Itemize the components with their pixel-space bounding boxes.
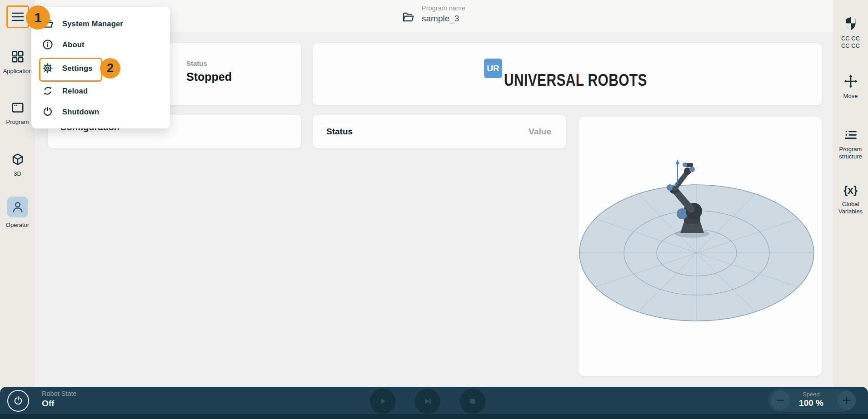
status-card-divider	[172, 52, 172, 94]
robot-state-value: Off	[42, 399, 54, 409]
speed-label: Speed	[791, 391, 832, 398]
cube-3d-icon	[0, 153, 35, 166]
step-next-button[interactable]	[415, 389, 440, 414]
menu-item-label: Reload	[62, 87, 88, 95]
universal-robots-logo-icon: UR	[484, 59, 502, 78]
sidebar-label: CC CC CC CC	[833, 35, 868, 49]
sidebar-label: 3D	[0, 170, 35, 177]
menu-item-label: About	[62, 40, 85, 49]
stop-button[interactable]	[460, 389, 485, 414]
speed-increase-button[interactable]	[837, 391, 856, 410]
power-icon	[42, 106, 54, 118]
play-icon	[377, 395, 389, 407]
menu-item-shutdown[interactable]: Shutdown	[42, 101, 99, 122]
sidebar-item-operator[interactable]: Operator	[0, 197, 35, 229]
speed-decrease-button[interactable]	[771, 391, 790, 410]
status-value: Stopped	[186, 70, 232, 84]
settings-highlight-box	[39, 58, 102, 82]
variables-x-icon: {x}	[833, 184, 868, 197]
speed-value: 100 %	[791, 398, 832, 408]
operator-active-highlight	[7, 197, 28, 217]
robot-state-label: Robot State	[42, 390, 77, 397]
menu-item-label: System Manager	[62, 20, 123, 28]
program-folder-icon[interactable]	[402, 11, 414, 24]
menu-item-label: Shutdown	[62, 108, 99, 116]
sidebar-label: Operator	[0, 222, 35, 229]
menu-item-system-manager[interactable]: System Manager	[42, 13, 123, 34]
program-name-label: Program name	[422, 5, 465, 12]
power-icon	[13, 395, 24, 406]
sidebar-item-safety[interactable]: CC CC CC CC	[833, 16, 868, 49]
plus-icon	[841, 395, 852, 406]
sidebar-label: Application	[0, 68, 35, 75]
info-icon	[42, 39, 54, 50]
status-label: Status	[186, 59, 207, 67]
sidebar-label: Global Variables	[833, 201, 868, 215]
program-name-value[interactable]: sample_3	[422, 14, 459, 24]
polyscope-app: Program name sample_3 Application Progra…	[0, 0, 868, 419]
reload-icon	[42, 85, 54, 97]
brand-name: UNIVERSAL ROBOTS	[504, 71, 647, 90]
menu-item-reload[interactable]: Reload	[42, 80, 88, 101]
footer-bottom-strip	[0, 414, 868, 419]
sidebar-item-global-variables[interactable]: {x} Global Variables	[833, 184, 868, 215]
operator-person-icon	[11, 200, 25, 214]
application-grid-icon	[0, 50, 35, 64]
menu-item-about[interactable]: About	[42, 34, 85, 55]
minus-icon	[775, 395, 786, 406]
robot-3d-scene	[579, 117, 822, 376]
shield-checkered-icon	[833, 16, 868, 31]
play-button[interactable]	[370, 389, 395, 414]
table-status-header: Status	[326, 127, 353, 137]
stop-icon	[467, 395, 479, 407]
sidebar-label: Program structure	[833, 146, 868, 160]
table-value-header: Value	[500, 127, 551, 137]
robot-3d-viewport[interactable]	[579, 117, 822, 376]
program-window-icon	[0, 101, 35, 114]
sidebar-label: Program	[0, 118, 35, 126]
step-badge-1: 1	[26, 5, 50, 30]
hamburger-icon	[11, 12, 24, 22]
move-arrows-icon	[833, 74, 868, 89]
step-badge-2: 2	[100, 58, 120, 79]
skip-next-icon	[422, 395, 434, 407]
sidebar-label: Move	[833, 93, 868, 100]
sidebar-item-3d[interactable]: 3D	[0, 153, 35, 177]
list-structure-icon	[833, 128, 868, 142]
sidebar-item-program-structure[interactable]: Program structure	[833, 128, 868, 160]
sidebar-item-application[interactable]: Application	[0, 50, 35, 75]
sidebar-item-program[interactable]: Program	[0, 101, 35, 126]
robot-power-button[interactable]	[7, 390, 29, 412]
sidebar-item-move[interactable]: Move	[833, 74, 868, 100]
